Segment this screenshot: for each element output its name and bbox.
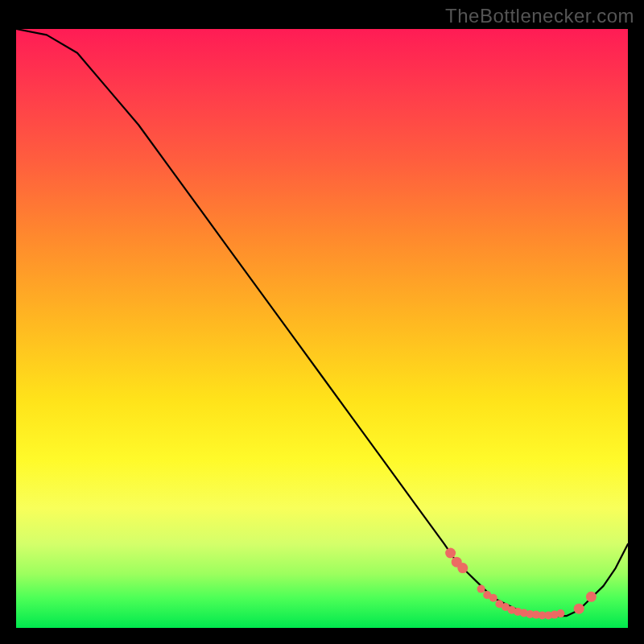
marker-point: [477, 585, 485, 593]
marker-point: [489, 594, 497, 602]
marker-point: [586, 592, 597, 602]
marker-point: [574, 604, 584, 614]
watermark-text: TheBottlenecker.com: [445, 5, 634, 27]
marker-point: [457, 563, 468, 573]
chart-container: TheBottlenecker.com: [0, 0, 644, 644]
marker-point: [556, 609, 564, 617]
marker-point: [445, 548, 456, 559]
curve-svg: [16, 29, 628, 628]
plot-area: [16, 29, 628, 628]
highlight-markers: [445, 548, 597, 620]
bottleneck-curve-line: [16, 29, 628, 616]
